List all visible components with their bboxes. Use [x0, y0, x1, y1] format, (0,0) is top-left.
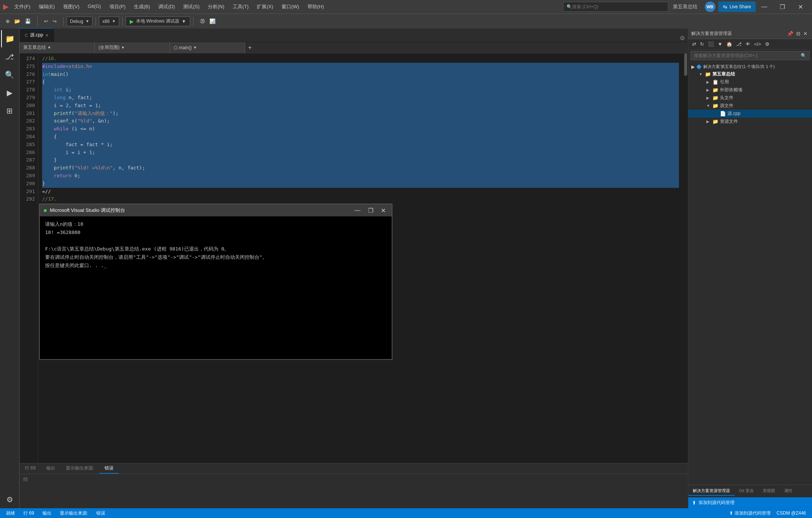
status-ready[interactable]: 就绪 [4, 510, 17, 516]
toolbar-perf-btn[interactable]: 📊 [208, 17, 217, 25]
tree-item-external-deps[interactable]: ▶ 📁 外部依赖项 [688, 86, 812, 94]
bottom-tab-line[interactable]: 行 69 [20, 464, 41, 474]
minimize-button[interactable]: — [756, 0, 773, 14]
se-tb-filter[interactable]: ▼ [716, 41, 724, 48]
menu-extensions[interactable]: 扩展(X) [253, 2, 277, 12]
toolbar: ⊕ 📂 💾 ↩ ↪ Debug ▼ x86 ▼ ▶ 本地 Windows 调试器… [0, 14, 812, 29]
se-search-input[interactable] [694, 53, 801, 58]
se-tb-sync[interactable]: ⇄ [691, 41, 698, 48]
tree-item-source-cpp[interactable]: 📄 源.cpp [688, 110, 812, 118]
tree-item-references[interactable]: ▶ 📋 引用 [688, 78, 812, 86]
maximize-button[interactable]: ❐ [774, 0, 791, 14]
console-maximize-btn[interactable]: ❐ [366, 206, 376, 215]
se-tab-solution-explorer[interactable]: 解决方案资源管理器 [688, 486, 735, 496]
menu-file[interactable]: 文件(F) [11, 2, 34, 12]
tab-close-icon[interactable]: × [45, 32, 48, 38]
nav-plus-btn[interactable]: + [245, 44, 255, 51]
se-tb-collapse[interactable]: ⬛ [706, 41, 715, 48]
code-line-280: i = 2, fact = 1; [42, 102, 679, 110]
global-search-input[interactable] [572, 4, 647, 9]
se-tab-git-changes[interactable]: Git 更改 [735, 486, 758, 496]
menu-analyze[interactable]: 分析(N) [204, 2, 228, 12]
menu-tools[interactable]: 工具(T) [229, 2, 253, 12]
menu-project[interactable]: 项目(P) [106, 2, 129, 12]
se-tab-class-view[interactable]: 类视图 [758, 486, 780, 496]
menu-view[interactable]: 视图(V) [59, 2, 83, 12]
sidebar-explorer-icon[interactable]: 📁 [1, 30, 18, 47]
toolbar-open-btn[interactable]: 📂 [12, 17, 22, 25]
tree-item-project[interactable]: ▼ 📁 第五章总结 [688, 70, 812, 78]
tab-source-cpp[interactable]: C 源.cpp × [20, 28, 54, 42]
editor-options-btn[interactable]: ⚙ [677, 35, 688, 42]
status-output-src[interactable]: 显示输出来源: [58, 510, 90, 516]
se-pin-btn[interactable]: 📌 [786, 30, 795, 37]
console-close-btn[interactable]: ✕ [379, 206, 388, 215]
se-tb-home[interactable]: 🏠 [725, 41, 734, 48]
live-share-label: Live Share [730, 4, 751, 9]
status-csdn[interactable]: CSDM @Z446 [774, 510, 808, 516]
toolbar-save-all-btn[interactable]: 💾 [23, 17, 33, 25]
menu-debug[interactable]: 调试(D) [155, 2, 179, 12]
code-editor[interactable]: 274 275 276 277 278 279 280 281 282 283 … [20, 53, 688, 463]
menu-window[interactable]: 窗口(W) [278, 2, 303, 12]
sidebar-search-icon[interactable]: 🔍 [1, 66, 18, 83]
status-line[interactable]: 行 69 [21, 510, 36, 516]
toolbar-undo-btn[interactable]: ↩ [42, 17, 50, 25]
close-button[interactable]: ✕ [792, 0, 809, 14]
sidebar-run-icon[interactable]: ▶ [1, 84, 18, 101]
tree-solution-root[interactable]: ▶ 🔷 解决方案'第五章总结'(1 个项目/共 1 个) [688, 63, 812, 70]
status-output[interactable]: 输出 [40, 510, 54, 516]
live-share-button[interactable]: ⇆ Live Share [718, 2, 756, 12]
sidebar-extensions-icon[interactable]: ⊞ [1, 102, 18, 119]
menu-edit[interactable]: 编辑(E) [35, 2, 59, 12]
se-tb-preview[interactable]: 👁 [744, 41, 752, 48]
bottom-tab-errors[interactable]: 错误 [99, 464, 119, 474]
se-tb-git[interactable]: ⎇ [735, 41, 743, 48]
global-search-box[interactable]: 🔍 [563, 2, 668, 12]
sidebar-icons: 📁 ⎇ 🔍 ▶ ⊞ ⚙ [0, 29, 20, 508]
project-arrow-icon: ▼ [699, 72, 703, 76]
status-ready-label: 就绪 [6, 510, 15, 516]
se-tab-properties[interactable]: 属性 [780, 486, 797, 496]
menu-build[interactable]: 生成(B) [130, 2, 154, 12]
se-tb-refresh[interactable]: ↻ [698, 41, 706, 48]
debug-mode-dropdown[interactable]: Debug ▼ [67, 17, 92, 26]
solution-root-vs-icon: 🔷 [696, 64, 702, 69]
tree-item-source-files[interactable]: ▼ 📁 源文件 [688, 102, 812, 110]
se-tb-code[interactable]: </> [753, 41, 763, 48]
toolbar-new-btn[interactable]: ⊕ [4, 17, 12, 25]
toolbar-attach-btn[interactable]: ⑳ [198, 17, 207, 26]
tree-item-headers[interactable]: ▶ 📁 头文件 [688, 94, 812, 102]
source-cpp-file-icon: 📄 [720, 111, 726, 116]
bottom-tab-output-src[interactable]: 显示输出来源: [61, 464, 99, 474]
arch-dropdown[interactable]: x86 ▼ [99, 17, 119, 26]
arch-arrow: ▼ [112, 19, 116, 23]
toolbar-redo-btn[interactable]: ↪ [51, 17, 59, 25]
bottom-tab-bar: 行 69 输出 显示输出来源: 错误 [20, 464, 688, 474]
editor-scrollbar[interactable] [683, 53, 688, 463]
project-nav-dropdown[interactable]: 第五章总结 ▼ [20, 42, 95, 53]
status-errors[interactable]: 错误 [94, 510, 108, 516]
bottom-tab-output[interactable]: 输出 [41, 464, 61, 474]
se-search-box[interactable]: 🔍 [691, 51, 810, 60]
tab-label: 源.cpp [30, 32, 43, 38]
scrollbar-thumb[interactable] [684, 53, 687, 76]
add-to-source-control-bar[interactable]: ⬆ 添加到源代码管理 [688, 497, 812, 508]
status-add-source-control[interactable]: ⬆ 添加到源代码管理 [727, 510, 773, 516]
sidebar-settings-icon[interactable]: ⚙ [1, 491, 18, 508]
console-output: 请输入n的值：10 10! =3628800 F:\c语言\第五章总结\Debu… [40, 216, 392, 359]
console-minimize-btn[interactable]: — [352, 206, 363, 214]
symbol-nav-dropdown[interactable]: ⬡ main() ▼ [170, 42, 245, 53]
se-tb-settings[interactable]: ⚙ [764, 41, 771, 48]
run-button[interactable]: ▶ 本地 Windows 调试器 ▼ [126, 17, 190, 26]
code-line-274: //16. [42, 55, 679, 63]
se-close-btn[interactable]: ✕ [802, 30, 809, 37]
tree-item-resource-files[interactable]: ▶ 📁 资源文件 [688, 118, 812, 125]
menu-git[interactable]: Git(G) [84, 2, 105, 12]
toolbar-separator-5 [193, 17, 194, 26]
menu-test[interactable]: 测试(S) [179, 2, 203, 12]
scope-nav-dropdown[interactable]: (全局范围) ▼ [95, 42, 170, 53]
menu-help[interactable]: 帮助(H) [304, 2, 328, 12]
sidebar-git-icon[interactable]: ⎇ [1, 48, 18, 65]
se-undock-btn[interactable]: ⊟ [795, 30, 802, 37]
